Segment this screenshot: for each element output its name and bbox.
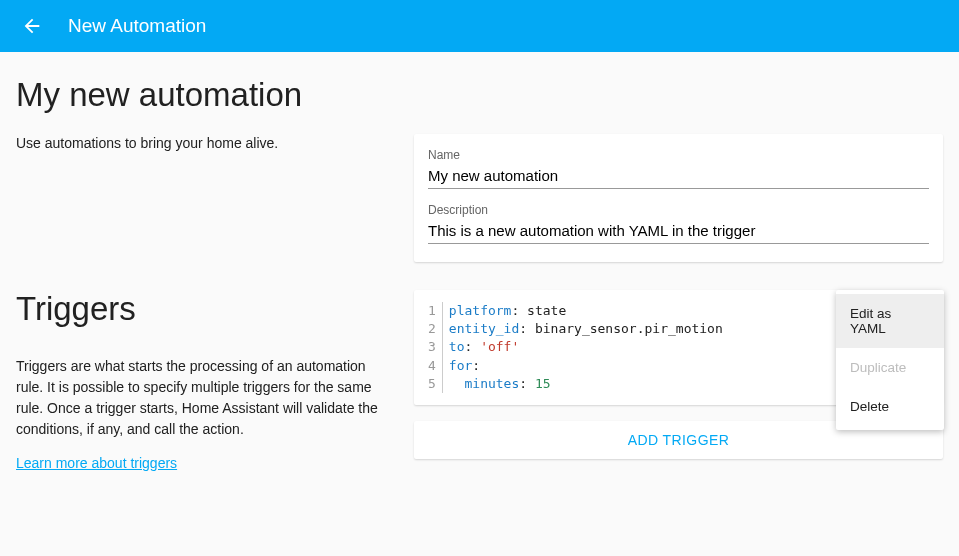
page-title: My new automation [16, 76, 943, 114]
back-button[interactable] [12, 6, 52, 46]
learn-more-link[interactable]: Learn more about triggers [16, 455, 177, 471]
code-lines: platform: stateentity_id: binary_sensor.… [443, 302, 723, 393]
menu-edit-yaml[interactable]: Edit as YAML [836, 294, 944, 348]
description-input[interactable] [428, 219, 929, 244]
triggers-title: Triggers [16, 290, 396, 328]
description-label: Description [428, 203, 929, 217]
line-gutter: 12345 [424, 302, 443, 393]
page-intro: Use automations to bring your home alive… [16, 134, 396, 154]
name-input[interactable] [428, 164, 929, 189]
appbar: New Automation [0, 0, 959, 52]
triggers-description: Triggers are what starts the processing … [16, 356, 396, 440]
automation-info-card: Name Description [414, 134, 943, 262]
trigger-menu: Edit as YAML Duplicate Delete [836, 290, 944, 430]
menu-duplicate: Duplicate [836, 348, 944, 387]
name-label: Name [428, 148, 929, 162]
trigger-card: 12345 platform: stateentity_id: binary_s… [414, 290, 943, 405]
appbar-title: New Automation [68, 15, 206, 37]
arrow-back-icon [21, 15, 43, 37]
menu-delete[interactable]: Delete [836, 387, 944, 426]
add-trigger-label: ADD TRIGGER [628, 432, 729, 448]
